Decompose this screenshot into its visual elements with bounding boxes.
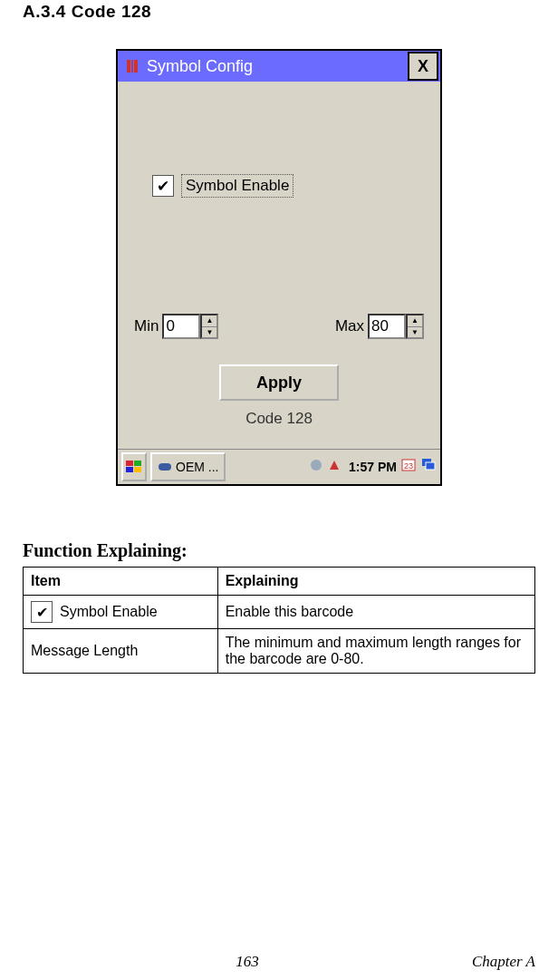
screenshot-container: Symbol Config X ✔ Symbol Enable Min 0 [23,49,535,486]
checkmark-icon: ✔ [157,179,169,194]
svg-rect-6 [134,467,141,472]
symbol-enable-checkbox[interactable]: ✔ [152,175,174,197]
row-explaining: The minimum and maximum length ranges fo… [217,629,534,674]
section-heading: A.3.4 Code 128 [23,2,535,22]
svg-rect-0 [127,60,130,73]
svg-rect-2 [134,60,138,73]
symbol-config-window: Symbol Config X ✔ Symbol Enable Min 0 [116,49,442,486]
table-header-explaining: Explaining [217,568,534,596]
close-icon: X [418,57,428,76]
min-down-icon[interactable]: ▼ [202,327,216,338]
min-label: Min [134,317,159,335]
app-icon [123,56,143,76]
svg-rect-7 [159,463,171,471]
svg-rect-1 [131,60,133,73]
max-down-icon[interactable]: ▼ [408,327,422,338]
page-number: 163 [236,953,259,971]
svg-rect-5 [126,467,133,472]
tray-calendar-icon[interactable]: 23 [400,457,417,477]
taskbar: OEM ... 1:57 PM 23 [118,449,440,484]
taskbar-clock[interactable]: 1:57 PM [349,460,397,474]
tray-network-icon[interactable] [327,458,342,476]
page-footer: 163 Chapter A [23,953,535,971]
code-type-label: Code 128 [118,410,440,428]
svg-text:23: 23 [404,461,413,471]
taskbar-oem-button[interactable]: OEM ... [150,452,226,481]
chapter-label: Chapter A [472,953,535,971]
min-value[interactable]: 0 [162,314,200,339]
tray-speaker-icon[interactable] [309,458,323,476]
min-up-icon[interactable]: ▲ [202,315,216,327]
length-row: Min 0 ▲ ▼ Max 80 ▲ ▼ [118,314,440,339]
start-button[interactable] [121,452,147,481]
window-title: Symbol Config [147,57,406,76]
tray-desktop-icon[interactable] [420,457,437,477]
symbol-enable-label: Symbol Enable [181,174,293,198]
svg-point-8 [311,460,322,471]
table-header-item: Item [24,568,218,596]
max-value[interactable]: 80 [368,314,406,339]
row-item-label: Symbol Enable [60,604,158,620]
svg-rect-3 [126,461,133,466]
symbol-enable-row: ✔ Symbol Enable [152,174,293,198]
max-up-icon[interactable]: ▲ [408,315,422,327]
svg-rect-12 [426,462,435,470]
close-button[interactable]: X [408,52,438,81]
table-row: Message Length The minimum and maximum l… [24,629,535,674]
table-row: ✔ Symbol Enable Enable this barcode [24,596,535,629]
max-label: Max [335,317,364,335]
function-explaining-heading: Function Explaining: [23,540,535,561]
explain-table: Item Explaining ✔ Symbol Enable Enable t… [23,567,535,674]
row-item-label: Message Length [24,629,218,674]
max-spinner[interactable]: 80 ▲ ▼ [368,314,424,339]
taskbar-oem-label: OEM ... [176,460,218,474]
row-checkbox-icon: ✔ [31,601,53,623]
svg-rect-4 [134,461,141,466]
row-explaining: Enable this barcode [217,596,534,629]
titlebar: Symbol Config X [118,51,440,82]
min-spinner[interactable]: 0 ▲ ▼ [162,314,218,339]
apply-button[interactable]: Apply [219,364,339,401]
client-area: ✔ Symbol Enable Min 0 ▲ ▼ Max [118,82,440,449]
